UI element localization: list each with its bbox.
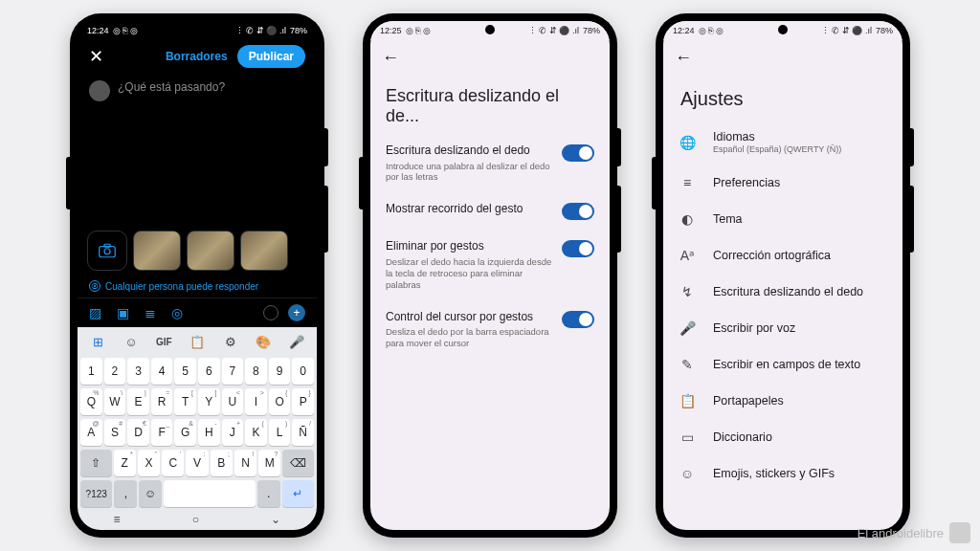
dot-key[interactable]: . (257, 480, 280, 507)
nav-collapse[interactable]: ⌄ (271, 513, 280, 526)
key[interactable]: 4 (151, 358, 173, 385)
char-counter (263, 305, 278, 320)
image-icon[interactable]: ▨ (89, 305, 101, 320)
settings-languages[interactable]: 🌐 IdiomasEspañol (España) (QWERTY (Ñ)) (663, 120, 902, 165)
settings-clipboard[interactable]: 📋 Portapapeles (663, 383, 902, 419)
gallery-thumb[interactable] (133, 231, 181, 271)
key[interactable]: H- (198, 419, 220, 446)
add-tweet-button[interactable]: + (288, 304, 305, 321)
emoji-key[interactable]: ☺ (139, 480, 162, 507)
drafts-link[interactable]: Borradores (166, 50, 228, 63)
key[interactable]: G& (174, 419, 196, 446)
nav-recent[interactable]: ≡ (114, 513, 121, 526)
swipe-icon: ↯ (679, 284, 696, 299)
key[interactable]: N! (234, 450, 256, 476)
key[interactable]: Ñ/ (292, 419, 314, 446)
comma-key[interactable]: , (114, 480, 137, 507)
settings-emoji[interactable]: ☺ Emojis, stickers y GIFs (663, 455, 902, 492)
keyboard: ⊞ ☺ GIF 📋 ⚙ 🎨 🎤 1 2 3 4 5 6 7 8 9 0 (78, 327, 317, 530)
settings-preferences[interactable]: ≡ Preferencias (663, 165, 902, 201)
key[interactable]: R= (151, 388, 173, 415)
compose-placeholder[interactable]: ¿Qué está pasando? (118, 80, 225, 101)
setting-swipe-typing[interactable]: Escritura deslizando el dedoIntroduce un… (370, 134, 610, 192)
nav-home[interactable]: ○ (192, 513, 199, 526)
key[interactable]: Z* (114, 450, 136, 476)
key[interactable]: D€ (127, 419, 149, 446)
kb-sticker-icon[interactable]: ☺ (120, 335, 143, 349)
key[interactable]: A@ (80, 419, 102, 446)
key[interactable]: T[ (174, 388, 196, 415)
settings-spellcheck[interactable]: Aᵃ Corrección ortográfica (663, 237, 902, 274)
setting-show-trail[interactable]: Mostrar recorrido del gesto (370, 192, 610, 230)
key[interactable]: W\ (104, 388, 126, 415)
poll-icon[interactable]: ≣ (145, 305, 156, 320)
setting-cursor-control[interactable]: Control del cursor por gestosDesliza el … (370, 300, 610, 359)
key[interactable]: 5 (174, 358, 196, 385)
key[interactable]: I> (245, 388, 267, 415)
kb-mic-icon[interactable]: 🎤 (285, 335, 308, 349)
status-time: 12:24 (673, 26, 695, 35)
settings-voice[interactable]: 🎤 Escribir por voz (663, 310, 902, 346)
key[interactable]: 3 (127, 358, 149, 385)
toggle[interactable] (562, 203, 594, 220)
key[interactable]: J+ (222, 419, 244, 446)
back-icon[interactable]: ← (675, 48, 692, 68)
kb-row-3: ⇧ Z* X" C' V: B; N! M? ⌫ (78, 448, 317, 478)
key[interactable]: F_ (151, 419, 173, 446)
status-time: 12:25 (380, 26, 402, 35)
kb-gif-button[interactable]: GIF (152, 337, 175, 347)
key[interactable]: 1 (80, 358, 102, 385)
key[interactable]: V: (186, 450, 208, 476)
key[interactable]: 9 (269, 358, 291, 385)
reply-scope[interactable]: ⦿ Cualquier persona puede responder (78, 275, 317, 298)
publish-button[interactable]: Publicar (237, 45, 305, 68)
key[interactable]: O{ (269, 388, 291, 415)
toggle[interactable] (562, 144, 594, 162)
key[interactable]: 7 (222, 358, 244, 385)
gif-icon[interactable]: ▣ (117, 305, 129, 320)
key[interactable]: K( (245, 419, 267, 446)
back-icon[interactable]: ← (382, 48, 399, 68)
gallery-thumb[interactable] (187, 231, 234, 271)
toggle[interactable] (562, 311, 594, 328)
key[interactable]: Q% (80, 388, 102, 415)
globe-icon: ⦿ (89, 280, 100, 292)
gallery-thumb[interactable] (240, 231, 288, 271)
shift-key[interactable]: ⇧ (80, 450, 112, 476)
key[interactable]: 2 (104, 358, 126, 385)
key[interactable]: B; (211, 450, 233, 476)
backspace-key[interactable]: ⌫ (282, 450, 314, 476)
key[interactable]: X" (138, 450, 160, 476)
book-icon: ▭ (679, 430, 696, 445)
key[interactable]: C' (162, 450, 184, 476)
settings-textfields[interactable]: ✎ Escribir en campos de texto (663, 346, 902, 383)
key[interactable]: 6 (198, 358, 220, 385)
settings-theme[interactable]: ◐ Tema (663, 201, 902, 237)
setting-gesture-delete[interactable]: Eliminar por gestosDeslizar el dedo haci… (370, 230, 610, 299)
close-icon[interactable]: ✕ (89, 46, 103, 67)
key[interactable]: M? (258, 450, 280, 476)
compose-toolbar: ▨ ▣ ≣ ◎ + (78, 298, 317, 327)
key[interactable]: E| (127, 388, 149, 415)
kb-menu-icon[interactable]: ⊞ (86, 335, 109, 349)
kb-settings-icon[interactable]: ⚙ (219, 335, 242, 349)
key[interactable]: P} (292, 388, 314, 415)
key[interactable]: 0 (292, 358, 314, 385)
location-icon[interactable]: ◎ (171, 305, 183, 320)
key[interactable]: 8 (245, 358, 267, 385)
phone-2: 12:25◎ ⎘ ◎ ⋮ ✆ ⇵ ⚫ .ıl78% ← Escritura de… (363, 13, 617, 538)
kb-theme-icon[interactable]: 🎨 (252, 335, 275, 349)
space-key[interactable] (164, 480, 256, 507)
settings-glide[interactable]: ↯ Escritura deslizando el dedo (663, 274, 902, 310)
camera-button[interactable] (87, 231, 127, 271)
key[interactable]: Y] (198, 388, 220, 415)
kb-clipboard-icon[interactable]: 📋 (186, 335, 209, 349)
key[interactable]: S# (104, 419, 126, 446)
key[interactable]: L) (269, 419, 291, 446)
settings-dictionary[interactable]: ▭ Diccionario (663, 419, 902, 455)
symbols-key[interactable]: ?123 (80, 480, 112, 507)
enter-key[interactable]: ↵ (282, 480, 314, 507)
compose-topbar: ✕ Borradores Publicar (78, 40, 317, 73)
toggle[interactable] (562, 240, 594, 257)
key[interactable]: U< (222, 388, 244, 415)
